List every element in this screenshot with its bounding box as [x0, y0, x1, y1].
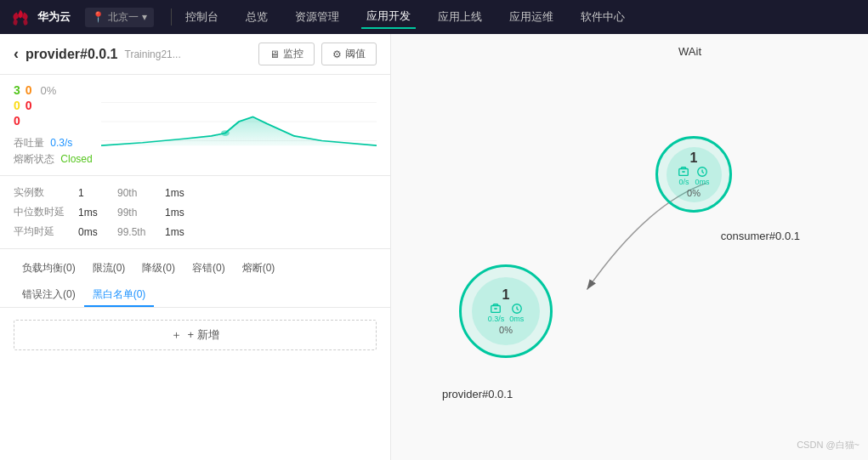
left-panel: ‹ provider#0.0.1 Training21... 🖥 监控 ⚙ 阈值…: [0, 34, 391, 460]
throughput-label: 吞吐量: [14, 137, 44, 149]
stats-row-0: 实例数 1 90th 1ms: [14, 183, 377, 202]
add-btn-area: ＋ + 新增: [0, 308, 390, 362]
stats-val-2: 0ms: [78, 226, 104, 238]
tab-error-injection[interactable]: 错误注入(0): [14, 284, 84, 307]
stats-key-0: 实例数: [14, 185, 65, 200]
provider-pct: 0%: [499, 325, 513, 335]
gear-icon: ⚙: [332, 48, 342, 60]
metric-num-0a: 0: [26, 83, 32, 97]
circuit-label: 熔断状态: [14, 153, 54, 165]
metric-num-3: 3: [14, 83, 20, 97]
location-icon: 📍: [92, 11, 105, 23]
wait-label: WAit: [678, 45, 701, 58]
consumer-icon-rate: 0/s: [678, 166, 689, 186]
provider-inner: 1 0.3/s: [472, 277, 540, 345]
metric-num-0b: 0: [14, 99, 20, 112]
plus-icon: ＋: [171, 327, 182, 343]
svg-point-3: [221, 130, 230, 136]
stats-key-2: 平均时延: [14, 224, 65, 239]
region-selector[interactable]: 📍 北京一 ▾: [85, 8, 154, 27]
tab-load-balance[interactable]: 负载均衡(0): [14, 258, 84, 281]
stats-pct-1: 99th: [117, 207, 151, 219]
consumer-icons: 0/s 0ms: [678, 166, 709, 186]
tab-fault-tolerance[interactable]: 容错(0): [184, 258, 234, 281]
provider-icon-rate: 0.3/s: [488, 303, 505, 323]
top-navigation: 华为云 📍 北京一 ▾ 控制台 总览 资源管理 应用开发 应用上线 应用运维 软…: [0, 0, 868, 34]
main-wrapper: ‹ provider#0.0.1 Training21... 🖥 监控 ⚙ 阈值…: [0, 34, 868, 460]
metric-num-0c: 0: [26, 99, 32, 112]
stats-pct-0: 90th: [117, 187, 151, 199]
tab-downgrade[interactable]: 降级(0): [133, 258, 184, 281]
consumer-latency-label: 0ms: [695, 178, 709, 186]
metric-percent: 0%: [41, 84, 57, 97]
circuit-value: Closed: [60, 153, 92, 165]
throughput-row: 吞吐量 0.3/s: [14, 136, 93, 150]
consumer-label: consumer#0.0.1: [721, 230, 800, 242]
stats-pct-2: 99.5th: [117, 226, 151, 238]
tab-rate-limit[interactable]: 限流(0): [84, 258, 134, 281]
stats-val-1: 1ms: [78, 207, 104, 219]
nav-links: 控制台 总览 资源管理 应用开发 应用上线 应用运维 软件中心: [180, 5, 630, 29]
consumer-icon-latency: 0ms: [695, 166, 709, 186]
threshold-button[interactable]: ⚙ 阈值: [321, 43, 377, 65]
nav-link-appops[interactable]: 应用运维: [504, 6, 559, 28]
brand-name: 华为云: [37, 9, 71, 25]
stats-row-1: 中位数时延 1ms 99th 1ms: [14, 202, 377, 222]
nav-link-softcenter[interactable]: 软件中心: [576, 6, 630, 28]
right-panel: WAit 1: [391, 34, 868, 460]
stats-val-0: 1: [78, 187, 104, 199]
consumer-pct: 0%: [687, 188, 701, 198]
consumer-inner: 1 0/s 0: [667, 147, 722, 202]
breadcrumb: ‹ provider#0.0.1 Training21... 🖥 监控 ⚙ 阈值: [0, 34, 390, 75]
add-button[interactable]: ＋ + 新增: [14, 320, 377, 350]
tabs-area: 负载均衡(0) 限流(0) 降级(0) 容错(0) 熔断(0) 错误注入(0) …: [0, 249, 390, 308]
stats-key-1: 中位数时延: [14, 205, 65, 219]
provider-number: 1: [502, 287, 510, 303]
nav-divider: [171, 9, 172, 26]
consumer-node[interactable]: 1 0/s 0: [655, 136, 732, 213]
tab-blackwhitelist[interactable]: 黑白名单(0): [84, 284, 155, 307]
throughput-value: 0.3/s: [50, 137, 72, 149]
stats-pctval-2: 1ms: [165, 226, 184, 238]
back-button[interactable]: ‹: [14, 45, 19, 63]
monitor-icon: 🖥: [269, 48, 280, 60]
breadcrumb-actions: 🖥 监控 ⚙ 阈值: [258, 43, 377, 65]
chart-area: [101, 83, 377, 160]
stats-pctval-1: 1ms: [165, 207, 184, 219]
page-title: provider#0.0.1: [26, 47, 118, 62]
metrics-area: 3 0 0% 0 0 0 吞吐量 0.3/s 熔断状态 Closed: [0, 75, 390, 176]
consumer-number: 1: [690, 150, 698, 166]
nav-link-console[interactable]: 控制台: [180, 6, 224, 28]
provider-latency-label: 0ms: [509, 315, 524, 323]
stats-row-2: 平均时延 0ms 99.5th 1ms: [14, 222, 377, 241]
provider-node[interactable]: 1 0.3/s: [459, 264, 553, 358]
stats-table: 实例数 1 90th 1ms 中位数时延 1ms 99th 1ms 平均时延 0…: [0, 176, 390, 249]
chevron-down-icon: ▾: [142, 11, 147, 23]
nav-link-overview[interactable]: 总览: [241, 6, 273, 28]
breadcrumb-subtitle: Training21...: [125, 48, 181, 60]
tabs-row: 负载均衡(0) 限流(0) 降级(0) 容错(0) 熔断(0): [14, 258, 377, 281]
monitor-button[interactable]: 🖥 监控: [258, 43, 315, 65]
metrics-numbers: 3 0 0% 0 0 0 吞吐量 0.3/s 熔断状态 Closed: [14, 83, 93, 167]
brand-logo[interactable]: 华为云: [9, 9, 77, 26]
nav-link-appdev[interactable]: 应用开发: [361, 5, 416, 29]
region-name: 北京一: [108, 10, 139, 25]
tabs-row-2: 错误注入(0) 黑白名单(0): [14, 284, 377, 307]
stats-pctval-0: 1ms: [165, 187, 184, 199]
provider-icons: 0.3/s 0ms: [488, 303, 525, 323]
provider-label: provider#0.0.1: [442, 388, 513, 400]
provider-icon-latency: 0ms: [509, 303, 524, 323]
metric-num-0d: 0: [14, 114, 20, 128]
tab-circuit-breaker[interactable]: 熔断(0): [234, 258, 284, 281]
add-label: + 新增: [187, 327, 218, 343]
nav-link-apponline[interactable]: 应用上线: [433, 6, 487, 28]
circuit-row: 熔断状态 Closed: [14, 152, 93, 167]
provider-rate-label: 0.3/s: [488, 315, 505, 323]
nav-link-resources[interactable]: 资源管理: [290, 6, 344, 28]
watermark: CSDN @白猫~: [797, 439, 859, 451]
line-chart: [101, 83, 377, 160]
consumer-rate-label: 0/s: [678, 178, 689, 186]
